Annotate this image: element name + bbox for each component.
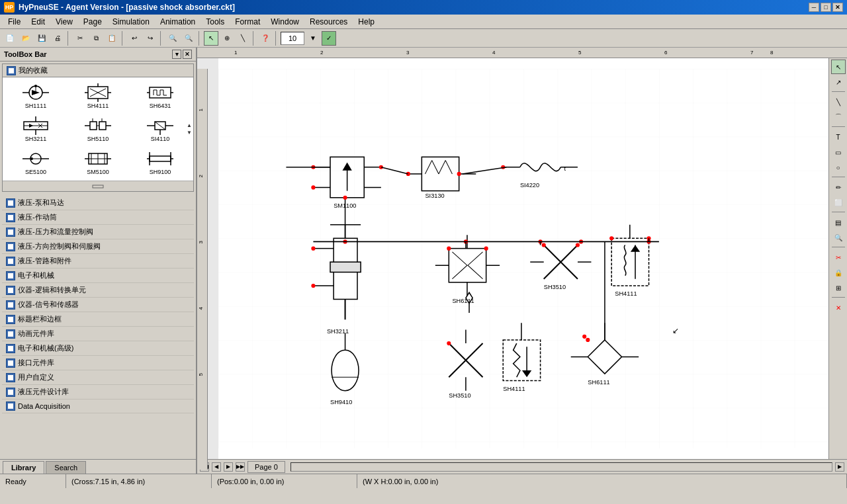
cat-electro-mech[interactable]: 电子和机械 <box>2 269 194 283</box>
zoom-out-button[interactable]: 🔍 <box>181 31 196 46</box>
rt-erase-btn[interactable]: ⬜ <box>831 195 846 210</box>
minimize-button[interactable]: ─ <box>809 3 819 12</box>
cat-instruments[interactable]: 仪器-信号和传感器 <box>2 298 194 312</box>
toolbox-pin-button[interactable]: ▾ <box>172 50 181 59</box>
rt-close-btn[interactable]: ✕ <box>831 300 846 315</box>
window-controls[interactable]: ─ □ ✕ <box>809 3 843 12</box>
cat-electro-adv[interactable]: 电子和机械(高级) <box>2 341 194 356</box>
cat-directional[interactable]: 液压-方向控制阀和伺服阀 <box>2 239 194 254</box>
cat-label-12: 用户自定义 <box>18 372 54 382</box>
menu-animation[interactable]: Animation <box>155 16 201 28</box>
page-nav-prev[interactable]: ◀ <box>212 462 221 472</box>
fav-item-sm5100[interactable]: SM5100 <box>67 146 128 178</box>
cat-user-defined[interactable]: 用户自定义 <box>2 370 194 385</box>
svg-marker-26 <box>29 124 33 128</box>
menu-view[interactable]: View <box>50 16 78 28</box>
page-scrollbar[interactable] <box>290 462 832 472</box>
sh6431-icon <box>147 83 173 103</box>
menu-window[interactable]: Window <box>265 16 304 28</box>
rt-arc-btn[interactable]: ⌒ <box>831 110 846 124</box>
ruler-top: 1 2 3 4 5 6 7 8 <box>197 48 847 58</box>
cat-hydraulic-pumps[interactable]: 液压-泵和马达 <box>2 196 194 210</box>
cat-label-3: 液压-方向控制阀和伺服阀 <box>18 241 101 251</box>
menu-simulation[interactable]: Simulation <box>107 16 155 28</box>
rt-circle-btn[interactable]: ○ <box>831 160 846 175</box>
fav-item-sh5110[interactable]: SH5110 <box>67 113 128 145</box>
rt-cut-btn[interactable]: ✂ <box>831 250 846 265</box>
component-button[interactable]: ⊕ <box>220 31 234 46</box>
zoom-dropdown-button[interactable]: ▼ <box>306 31 320 46</box>
fav-item-sh9100[interactable]: SH9100 <box>130 146 191 178</box>
zoom-apply-button[interactable]: ✓ <box>322 31 336 46</box>
save-button[interactable]: 💾 <box>34 31 49 46</box>
rt-pencil-btn[interactable]: ✏ <box>831 180 846 194</box>
menu-file[interactable]: File <box>3 16 26 28</box>
copy-button[interactable]: ⧉ <box>89 31 103 46</box>
cat-data-acquisition[interactable]: Data Acquisition <box>2 399 194 413</box>
circuit-canvas[interactable]: SM1100 <box>218 58 828 459</box>
page-scroll-right[interactable]: ▶ <box>835 462 844 472</box>
fav-scroll-down[interactable]: ▼ <box>187 130 192 136</box>
menu-edit[interactable]: Edit <box>26 16 50 28</box>
cat-interface[interactable]: 接口元件库 <box>2 356 194 370</box>
category-list: 液压-泵和马达 液压-作动筒 液压-压力和流量控制阀 液压-方向控制阀和伺服阀 … <box>2 196 194 457</box>
rt-text-btn[interactable]: T <box>831 130 846 144</box>
help-cursor-button[interactable]: ❓ <box>258 31 273 46</box>
rt-group-btn[interactable]: ⊞ <box>831 280 846 295</box>
fav-item-se5100[interactable]: SE5100 <box>5 146 66 178</box>
fav-item-sh1111[interactable]: SH1111 <box>5 80 66 112</box>
close-button[interactable]: ✕ <box>832 3 843 12</box>
zoom-input[interactable]: 10 <box>281 32 304 45</box>
fav-item-sh4111[interactable]: SH4111 <box>67 80 128 112</box>
tab-library[interactable]: Library <box>3 461 44 474</box>
menu-help[interactable]: Help <box>353 16 380 28</box>
new-button[interactable]: 📄 <box>3 31 17 46</box>
page-nav-last[interactable]: ▶▶ <box>236 462 245 472</box>
page-tab-0[interactable]: Page 0 <box>247 461 285 473</box>
rt-fill-btn[interactable]: ▤ <box>831 215 846 230</box>
paste-button[interactable]: 📋 <box>105 31 119 46</box>
cat-icon-10 <box>6 344 15 353</box>
sm5100-icon <box>85 149 111 169</box>
undo-button[interactable]: ↩ <box>127 31 142 46</box>
favorites-icon <box>7 66 16 75</box>
cat-piping[interactable]: 液压-管路和附件 <box>2 254 194 269</box>
menu-page[interactable]: Page <box>78 16 107 28</box>
rt-zoom-btn[interactable]: 🔍 <box>831 230 846 245</box>
tab-search[interactable]: Search <box>46 461 86 474</box>
rt-lock-btn[interactable]: 🔒 <box>831 265 846 280</box>
cat-logic[interactable]: 仪器-逻辑和转换单元 <box>2 283 194 298</box>
fav-item-sh3211[interactable]: SH3211 <box>5 113 66 145</box>
rt-line-btn[interactable]: ╲ <box>831 95 846 109</box>
rt-select-btn[interactable]: ↖ <box>831 60 846 74</box>
cat-titleblock[interactable]: 标题栏和边框 <box>2 312 194 327</box>
fav-item-sh6431[interactable]: SH6431 <box>130 80 191 112</box>
cat-animation[interactable]: 动画元件库 <box>2 327 194 341</box>
print-button[interactable]: 🖨 <box>50 31 65 46</box>
restore-button[interactable]: □ <box>821 3 831 12</box>
ruler-mark-4: 4 <box>492 50 495 56</box>
redo-button[interactable]: ↪ <box>143 31 157 46</box>
menu-format[interactable]: Format <box>230 16 265 28</box>
line-button[interactable]: ╲ <box>236 31 250 46</box>
zoom-in-button[interactable]: 🔍 <box>165 31 180 46</box>
rt-rect-btn[interactable]: ▭ <box>831 145 846 159</box>
toolbox-header-controls[interactable]: ▾ ✕ <box>172 50 192 59</box>
menu-tools[interactable]: Tools <box>201 16 230 28</box>
cat-label-9: 动画元件库 <box>18 329 54 339</box>
open-button[interactable]: 📂 <box>19 31 33 46</box>
cat-hydraulic-design[interactable]: 液压元件设计库 <box>2 385 194 399</box>
sh4111-label: SH4111 <box>87 103 109 109</box>
rt-sep-6 <box>832 297 845 298</box>
fav-item-si4110[interactable]: SI4110 <box>130 113 191 145</box>
cat-pressure-flow[interactable]: 液压-压力和流量控制阀 <box>2 225 194 239</box>
toolbox-close-button[interactable]: ✕ <box>183 50 192 59</box>
cat-actuators[interactable]: 液压-作动筒 <box>2 210 194 225</box>
fav-scroll-up[interactable]: ▲ <box>187 122 192 128</box>
rt-select2-btn[interactable]: ↗ <box>831 75 846 89</box>
menu-resources[interactable]: Resources <box>304 16 353 28</box>
cut-button[interactable]: ✂ <box>73 31 87 46</box>
select-button[interactable]: ↖ <box>204 31 218 46</box>
si4220-label: SI4220 <box>520 182 539 189</box>
page-nav-next[interactable]: ▶ <box>224 462 233 472</box>
